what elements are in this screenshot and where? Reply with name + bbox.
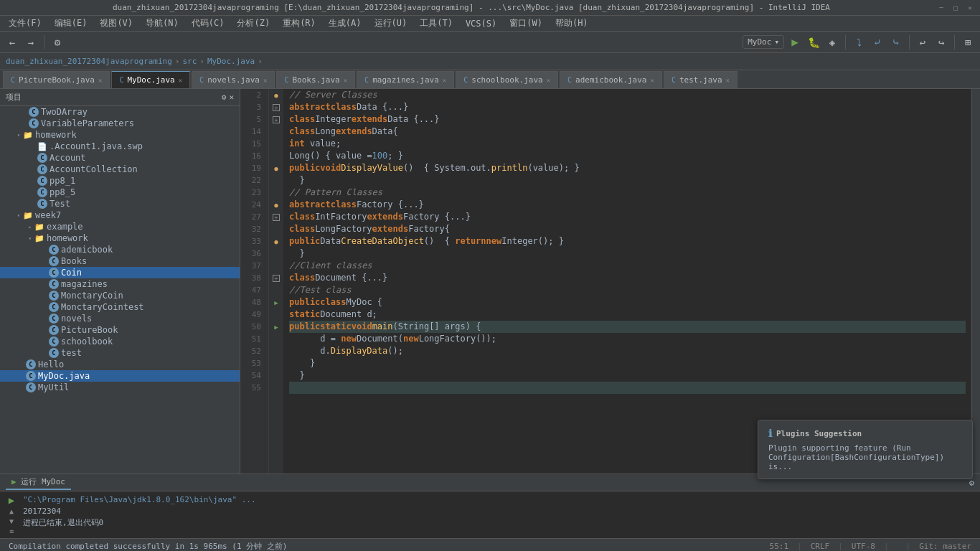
sidebar-item-magazines[interactable]: Cmagazines	[0, 278, 240, 290]
editor-tab-novels-java[interactable]: Cnovels.java✕	[192, 71, 275, 88]
sidebar-item-Test[interactable]: CTest	[0, 198, 240, 209]
gutter-icon[interactable]	[269, 187, 283, 199]
project-selector[interactable]: MyDoc ▾	[743, 35, 784, 49]
debug-button[interactable]: 🐛	[806, 34, 821, 50]
menu-item[interactable]: 重构(R)	[277, 16, 321, 31]
undo-button[interactable]: ↩	[915, 34, 930, 50]
sidebar-item-Hello[interactable]: CHello	[0, 359, 240, 370]
editor-tab-schoolbook-java[interactable]: Cschoolbook.java✕	[456, 71, 558, 88]
menu-item[interactable]: 工具(T)	[414, 16, 458, 31]
sidebar-gear-icon[interactable]: ⚙	[222, 93, 227, 102]
sidebar-item-MyUtil[interactable]: CMyUtil	[0, 382, 240, 393]
run-up-button[interactable]: ▲	[6, 507, 17, 516]
sidebar-item-Coin[interactable]: CCoin	[0, 267, 240, 278]
gutter-icon[interactable]	[269, 248, 283, 260]
tab-close-icon[interactable]: ✕	[344, 77, 347, 84]
code-content[interactable]: // Server Classesabstract class Data {..…	[283, 89, 971, 474]
sidebar-item--Account1-java-swp[interactable]: 📄.Account1.java.swp	[0, 141, 240, 152]
gutter-icon[interactable]	[269, 150, 283, 162]
tab-close-icon[interactable]: ✕	[98, 77, 102, 84]
tab-close-icon[interactable]: ✕	[726, 77, 730, 84]
sidebar-item-test[interactable]: Ctest	[0, 347, 240, 359]
sidebar-item-example[interactable]: ▸📁example	[0, 221, 240, 232]
gutter-icon[interactable]	[269, 126, 283, 138]
toolbar-forward-button[interactable]: →	[23, 34, 39, 50]
breadcrumb-project[interactable]: duan_zhixuan_20172304javaprograming	[6, 57, 172, 66]
run-down-button[interactable]: ▼	[6, 517, 17, 526]
sidebar-item-Books[interactable]: CBooks	[0, 255, 240, 267]
sidebar-close-icon[interactable]: ✕	[229, 93, 234, 102]
menu-item[interactable]: 窗口(W)	[504, 16, 548, 31]
sidebar-item-pp8_5[interactable]: Cpp8_5	[0, 187, 240, 198]
redo-button[interactable]: ↪	[933, 34, 949, 50]
sidebar-item-ademicbook[interactable]: Cademicbook	[0, 244, 240, 255]
step-into-button[interactable]: ⤶	[870, 34, 885, 50]
gutter-icon[interactable]: +	[269, 113, 283, 126]
run-play-button[interactable]: ▶	[6, 494, 17, 506]
gutter-icon[interactable]	[269, 284, 283, 296]
status-vcs[interactable]: Git: master	[916, 542, 974, 551]
gutter-icon[interactable]	[269, 223, 283, 235]
tab-close-icon[interactable]: ✕	[443, 77, 446, 84]
sidebar-item-TwoDArray[interactable]: CTwoDArray	[0, 106, 240, 118]
sidebar-item-MonctaryCointest[interactable]: CMonctaryCointest	[0, 301, 240, 313]
tab-close-icon[interactable]: ✕	[263, 77, 267, 84]
gutter-icon[interactable]: +	[269, 272, 283, 284]
breadcrumb-file[interactable]: MyDoc.java	[207, 57, 255, 66]
grid-button[interactable]: ⊞	[960, 34, 976, 50]
sidebar-item-MonctaryCoin[interactable]: CMonctaryCoin	[0, 290, 240, 301]
sidebar-item-schoolbook[interactable]: Cschoolbook	[0, 336, 240, 347]
menu-item[interactable]: 生成(A)	[323, 16, 367, 31]
gutter-icon[interactable]	[269, 260, 283, 272]
coverage-button[interactable]: ◈	[824, 34, 840, 50]
sidebar-item-PictureBook[interactable]: CPictureBook	[0, 324, 240, 336]
sidebar-item-week7[interactable]: ▾📁week7	[0, 209, 240, 221]
gutter-icon[interactable]	[269, 382, 283, 394]
status-encoding[interactable]: UTF-8	[849, 542, 878, 551]
menu-item[interactable]: 运行(U)	[369, 16, 413, 31]
gutter-icon[interactable]: ●	[269, 199, 283, 211]
gutter-icon[interactable]: +	[269, 101, 283, 113]
menu-item[interactable]: 帮助(H)	[550, 16, 594, 31]
sidebar-item-pp8_1[interactable]: Cpp8_1	[0, 175, 240, 187]
tab-close-icon[interactable]: ✕	[650, 77, 654, 84]
run-tab-run[interactable]: ▶ 运行 MyDoc	[6, 475, 71, 490]
menu-item[interactable]: VCS(S)	[460, 17, 502, 30]
editor-tab-magazines-java[interactable]: Cmagazines.java✕	[357, 71, 454, 88]
sidebar-item-homework[interactable]: ▾📁homework	[0, 129, 240, 141]
step-over-button[interactable]: ⤵	[851, 34, 867, 50]
sidebar-item-homework[interactable]: ▾📁homework	[0, 232, 240, 244]
maximize-button[interactable]: □	[951, 4, 960, 12]
step-out-button[interactable]: ⤷	[888, 34, 904, 50]
menu-item[interactable]: 文件(F)	[3, 16, 47, 31]
toolbar-settings-button[interactable]: ⚙	[50, 34, 65, 50]
menu-item[interactable]: 视图(V)	[94, 16, 138, 31]
editor-tab-MyDoc-java[interactable]: CMyDoc.java✕	[111, 71, 190, 88]
run-button[interactable]: ▶	[787, 34, 803, 50]
menu-item[interactable]: 分析(Z)	[231, 16, 275, 31]
gutter-icon[interactable]	[269, 369, 283, 382]
sidebar-item-MyDoc-java[interactable]: CMyDoc.java	[0, 370, 240, 382]
run-filter-button[interactable]: ≡	[6, 527, 17, 535]
editor-tab-ademicbook-java[interactable]: Cademicbook.java✕	[560, 71, 662, 88]
gutter-icon[interactable]	[269, 174, 283, 187]
gutter-icon[interactable]: ●	[269, 235, 283, 248]
menu-item[interactable]: 代码(C)	[186, 16, 230, 31]
gutter-icon[interactable]: ▶	[269, 296, 283, 309]
gutter-icon[interactable]	[269, 345, 283, 357]
gutter-icon[interactable]: ●	[269, 89, 283, 101]
minimize-button[interactable]: ─	[937, 4, 946, 12]
sidebar-item-Account[interactable]: CAccount	[0, 152, 240, 164]
close-button[interactable]: ✕	[966, 4, 974, 12]
toolbar-back-button[interactable]: ←	[4, 34, 20, 50]
gutter-icon[interactable]: ●	[269, 162, 283, 174]
breadcrumb-src[interactable]: src	[182, 57, 197, 66]
editor-tab-Books-java[interactable]: CBooks.java✕	[276, 71, 355, 88]
menu-item[interactable]: 编辑(E)	[49, 16, 93, 31]
sidebar-item-AccountCollection[interactable]: CAccountCollection	[0, 164, 240, 175]
gutter-icon[interactable]: +	[269, 211, 283, 223]
code-editor[interactable]: 2351415161922232427323336373847484950515…	[240, 89, 971, 474]
gutter-icon[interactable]	[269, 138, 283, 150]
editor-tab-PictureBook-java[interactable]: CPictureBook.java✕	[3, 71, 110, 88]
tab-close-icon[interactable]: ✕	[547, 77, 550, 84]
